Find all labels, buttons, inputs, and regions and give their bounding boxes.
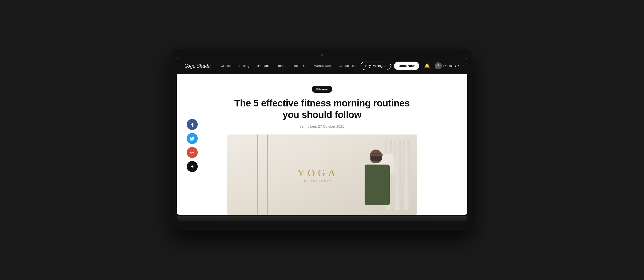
nav-link-pricing[interactable]: Pricing (239, 64, 249, 68)
nav-link-classes[interactable]: Classes (221, 64, 232, 68)
article-title: The 5 effective fitness morning routines… (227, 98, 417, 120)
door-handle-left (257, 134, 258, 215)
wall-panel-3 (403, 139, 410, 210)
notification-icon[interactable]: 🔔 (424, 63, 430, 69)
laptop-bottom (177, 216, 467, 221)
door-handle-right (267, 134, 268, 215)
twitter-share-button[interactable] (187, 133, 198, 144)
yoga-main-text: YOGA (297, 167, 339, 179)
yoga-text-area: YOGA BY CHI JUNKY (297, 167, 339, 182)
nav-link-team[interactable]: Team (277, 64, 285, 68)
nav-link-timetable[interactable]: Timetable (256, 64, 271, 68)
google-plus-label: g+ (190, 151, 194, 154)
nav-link-whats-new[interactable]: What's New (314, 64, 332, 68)
more-share-button[interactable]: + (187, 161, 198, 172)
facebook-share-button[interactable] (187, 119, 198, 130)
logo-text: Yoga Shada (185, 63, 211, 69)
navbar: Yoga Shada Classes Pricing Timetable Tea… (177, 58, 467, 74)
yoga-sub-text: BY CHI JUNKY (297, 180, 339, 182)
person-figure (347, 145, 397, 215)
google-share-button[interactable]: g+ (187, 147, 198, 158)
fitness-badge[interactable]: Fitness (312, 86, 332, 93)
user-profile[interactable]: Denise.Y ▾ (435, 62, 459, 69)
article-image: YOGA BY CHI JUNKY (227, 134, 417, 215)
chevron-down-icon: ▾ (458, 64, 459, 67)
user-name: Denise.Y (443, 64, 457, 68)
book-now-button[interactable]: Book Now (394, 62, 419, 70)
nav-link-locate-us[interactable]: Locate Us (292, 64, 307, 68)
laptop-screen: Yoga Shada Classes Pricing Timetable Tea… (177, 58, 467, 215)
content-area: g+ + Fitness The 5 effective fitness mor… (177, 74, 467, 215)
avatar (435, 62, 442, 69)
nav-link-contact-us[interactable]: Contact Us (339, 64, 355, 68)
laptop-frame: Yoga Shada Classes Pricing Timetable Tea… (172, 49, 472, 231)
article-header: Fitness The 5 effective fitness morning … (222, 74, 422, 134)
person-mask (371, 156, 382, 161)
article-meta: Jenny Lee, 27 October 2021 (227, 124, 417, 128)
social-sidebar: g+ + (187, 119, 198, 172)
article-image-container: YOGA BY CHI JUNKY (222, 134, 422, 215)
nav-links: Classes Pricing Timetable Team Locate Us… (221, 64, 361, 68)
person-body (365, 165, 390, 205)
camera-dot (321, 54, 323, 56)
buy-packages-button[interactable]: Buy Packages (361, 62, 391, 70)
more-icon: + (191, 164, 194, 169)
logo[interactable]: Yoga Shada (185, 63, 211, 69)
nav-actions: Buy Packages Book Now 🔔 Denise.Y ▾ (361, 62, 459, 70)
